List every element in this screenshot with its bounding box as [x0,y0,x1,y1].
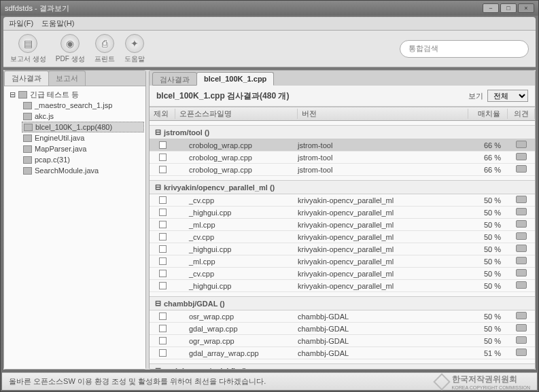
file-icon [23,167,32,175]
toolbar-pdf-label: PDF 생성 [56,54,85,64]
group-label: rockdreamer/quickfix () [164,367,247,370]
right-panel: 검사결과 blcel_100K_1.cpp blcel_100K_1.cpp 검… [149,70,536,370]
table-row[interactable]: ogr_wrap.cppchambbj-GDAL50 % [150,335,535,347]
table-row[interactable]: osr_wrap.cppchambbj-GDAL50 % [150,310,535,323]
comment-icon[interactable] [516,141,527,148]
table-row[interactable]: _ml.cppkrivyakin-opencv_parallel_ml50 % [150,219,535,231]
table-row[interactable]: _highgui.cppkrivyakin-opencv_parallel_ml… [150,207,535,219]
toolbar-help-button[interactable]: ✦ 도움말 [124,34,145,64]
group-header[interactable]: ⊟jstrom/tool () [150,125,535,139]
minimize-button[interactable]: − [483,3,499,13]
menu-help[interactable]: 도움말(H) [41,18,74,29]
table-header: 제외 오픈소스파일명 버전 매치율 의견 [150,107,535,121]
results-table[interactable]: 제외 오픈소스파일명 버전 매치율 의견 ⊟jstrom/tool ()crob… [150,107,535,369]
exclude-cell [150,270,175,277]
comment-icon[interactable] [516,257,527,264]
col-exclude[interactable]: 제외 [150,109,175,119]
col-filename[interactable]: 오픈소스파일명 [175,109,298,119]
toolbar-report-button[interactable]: ▤ 보고서 생성 [10,34,46,64]
exclude-checkbox[interactable] [159,196,167,204]
comment-icon[interactable] [516,324,527,332]
view-selector: 보기 전체 [468,90,528,102]
table-row[interactable]: _ml.cppkrivyakin-opencv_parallel_ml50 % [150,255,535,268]
collapse-icon: ⊟ [155,183,161,192]
left-tab-results[interactable]: 검사결과 [4,71,49,86]
exclude-checkbox[interactable] [159,349,167,357]
table-row[interactable]: _highgui.cppkrivyakin-opencv_parallel_ml… [150,243,535,255]
exclude-checkbox[interactable] [159,337,167,344]
comment-icon[interactable] [516,153,527,160]
comment-icon[interactable] [516,232,527,240]
exclude-cell [150,141,175,149]
toolbar: ▤ 보고서 생성 ◉ PDF 생성 ⎙ 프린트 ✦ 도움말 통합검색 [3,31,536,67]
exclude-checkbox[interactable] [159,270,167,277]
tree-item[interactable]: akc.js [22,111,144,122]
comment-icon[interactable] [516,220,527,228]
maximize-button[interactable]: □ [500,3,517,13]
group-label: jstrom/tool () [164,128,209,137]
group-header[interactable]: ⊟krivyakin/opencv_parallel_ml () [150,180,535,194]
comment-icon[interactable] [516,245,527,252]
exclude-checkbox[interactable] [159,166,167,173]
comment-icon[interactable] [516,196,527,203]
toolbar-pdf-button[interactable]: ◉ PDF 생성 [56,34,85,64]
tree-item[interactable]: SearchModule.java [22,165,144,176]
report-icon: ▤ [18,34,37,53]
exclude-checkbox[interactable] [159,209,167,216]
col-version[interactable]: 버전 [298,109,468,119]
comment-icon[interactable] [516,281,527,289]
comment-icon[interactable] [516,312,527,319]
table-row[interactable]: gdal_array_wrap.cppchambbj-GDAL51 % [150,347,535,359]
exclude-checkbox[interactable] [159,282,167,289]
exclude-checkbox[interactable] [159,257,167,265]
menu-file[interactable]: 파일(F) [9,18,33,29]
exclude-checkbox[interactable] [159,325,167,332]
tree-item[interactable]: blcel_100K_1.cpp(480) [22,122,144,132]
exclude-checkbox[interactable] [159,313,167,320]
comment-icon[interactable] [516,336,527,344]
table-row[interactable]: crobolog_wrap.cppjstrom-tool66 % [150,152,535,164]
version-cell: jstrom-tool [298,166,468,174]
comment-icon[interactable] [516,269,527,277]
exclude-checkbox[interactable] [159,233,167,240]
global-search-input[interactable]: 통합검색 [400,40,529,58]
comment-icon[interactable] [516,165,527,173]
group-header[interactable]: ⊟chambbj/GDAL () [150,296,535,310]
col-match[interactable]: 매치율 [468,109,508,119]
col-opinion[interactable]: 의견 [508,109,535,119]
exclude-checkbox[interactable] [159,221,167,228]
filename-cell: _cv.cpp [175,270,298,278]
tree-item[interactable]: pcap.c(31) [22,154,144,165]
opinion-cell [508,232,535,241]
tree-item[interactable]: MapParser.java [22,143,144,154]
comment-icon[interactable] [516,208,527,215]
tree-item-label: SearchModule.java [35,166,99,175]
exclude-checkbox[interactable] [159,141,167,149]
table-row[interactable]: crobolog_wrap.cppjstrom-tool66 % [150,139,535,152]
tree-item[interactable]: _maestro_search_1.jsp [22,100,144,111]
app-window: sdfdstds - 결과보기 − □ × 파일(F) 도움말(H) ▤ 보고서… [0,0,539,392]
main-area: 검사결과 보고서 ⊟ 긴급 테스트 등 _maestro_search_1.js… [3,70,536,370]
exclude-checkbox[interactable] [159,154,167,161]
close-button[interactable]: × [518,3,534,13]
exclude-checkbox[interactable] [159,245,167,253]
toolbar-print-button[interactable]: ⎙ 프린트 [94,34,115,64]
left-tab-report[interactable]: 보고서 [48,71,86,86]
table-row[interactable]: _cv.cppkrivyakin-opencv_parallel_ml50 % [150,231,535,243]
table-row[interactable]: crobolog_wrap.cppjstrom-tool66 % [150,164,535,176]
tree-root-node[interactable]: ⊟ 긴급 테스트 등 [8,89,144,100]
search-placeholder: 통합검색 [408,43,438,54]
table-row[interactable]: _highgui.cppkrivyakin-opencv_parallel_ml… [150,280,535,292]
tree-item[interactable]: EngineUtil.java [22,132,144,143]
right-tab-file[interactable]: blcel_100K_1.cpp [196,72,274,86]
file-tree[interactable]: ⊟ 긴급 테스트 등 _maestro_search_1.jspakc.jsbl… [4,86,145,369]
folder-icon [18,91,27,99]
table-row[interactable]: gdal_wrap.cppchambbj-GDAL50 % [150,323,535,335]
table-row[interactable]: _cv.cppkrivyakin-opencv_parallel_ml50 % [150,194,535,207]
group-header[interactable]: ⊟rockdreamer/quickfix () [150,363,535,369]
view-select[interactable]: 전체 [487,90,528,102]
comment-icon[interactable] [516,349,527,356]
tree-item-label: _maestro_search_1.jsp [35,101,112,109]
table-row[interactable]: _cv.cppkrivyakin-opencv_parallel_ml50 % [150,268,535,280]
right-tab-results[interactable]: 검사결과 [152,72,197,86]
